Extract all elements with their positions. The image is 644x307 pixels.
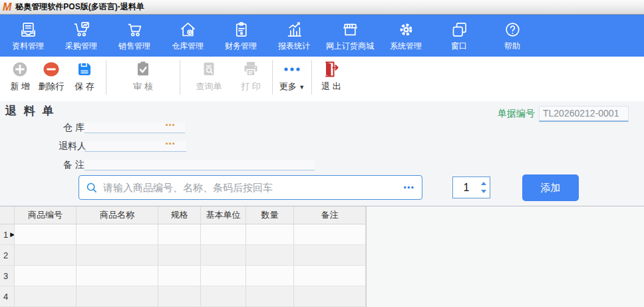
- document-number-group: 单据编号 TL20260212-0001: [498, 106, 629, 122]
- menu-item-system-management[interactable]: 系统管理: [385, 21, 427, 52]
- menu-item-label: 仓库管理: [172, 41, 204, 52]
- title-bar: M 秘奥管理软件POS版(多语言)-退料单: [0, 0, 644, 15]
- column-header-quantity: 数量: [246, 206, 294, 224]
- menu-item-label: 财务管理: [225, 41, 257, 52]
- audit-button[interactable]: 审 核: [124, 60, 162, 93]
- table-row[interactable]: 4: [0, 286, 366, 307]
- column-header-product-code: 商品编号: [15, 206, 77, 224]
- dropdown-arrow-icon: ▼: [299, 84, 305, 91]
- table-cell: [158, 266, 201, 286]
- print-button[interactable]: 打 印: [234, 60, 267, 93]
- quantity-input[interactable]: [453, 177, 480, 198]
- table-row[interactable]: 1▶: [0, 224, 366, 245]
- menu-item-label: 窗口: [451, 41, 467, 52]
- returner-label: 退料人: [59, 141, 86, 153]
- table-cell: [201, 245, 246, 266]
- gear-icon: [397, 21, 415, 39]
- return-material-form: 退 料 单 单据编号 TL20260212-0001 仓 库 ⋯ 退料人 ⋯ 备…: [0, 101, 644, 206]
- product-search-input[interactable]: [103, 182, 402, 193]
- menu-item-label: 报表统计: [278, 41, 310, 52]
- toolbar-separator: [272, 60, 273, 95]
- table-cell: [158, 224, 201, 245]
- toolbar-button-label: 保 存: [75, 81, 94, 93]
- menu-item-data-management[interactable]: 资料管理: [7, 21, 49, 52]
- table-row[interactable]: 3: [0, 266, 366, 286]
- warehouse-picker-dots[interactable]: ⋯: [165, 119, 176, 131]
- document-number-label: 单据编号: [498, 108, 535, 120]
- table-cell: [15, 224, 77, 245]
- help-icon: [504, 21, 522, 39]
- menu-item-label: 帮助: [504, 41, 520, 52]
- table-cell: [246, 245, 294, 266]
- row-number-cell: 2: [0, 245, 15, 266]
- clipboard-check-icon: [134, 60, 152, 79]
- menu-item-label: 销售管理: [118, 41, 150, 52]
- search-icon: [86, 182, 98, 194]
- menu-item-label: 系统管理: [390, 41, 422, 52]
- remark-input[interactable]: [84, 160, 315, 170]
- add-button[interactable]: 添加: [522, 174, 579, 201]
- toolbar-button-label: 删除行: [39, 81, 65, 93]
- menu-item-finance-management[interactable]: 财务管理: [220, 21, 262, 52]
- spinner-down-icon[interactable]: [481, 190, 486, 193]
- table-cell: [77, 286, 158, 307]
- table-cell: [15, 245, 77, 266]
- delete-row-button[interactable]: 删除行: [35, 60, 68, 93]
- items-table-section: 商品编号 商品名称 规格 基本单位 数量 备注 1▶ 2: [0, 206, 644, 307]
- menu-item-window[interactable]: 窗口: [438, 21, 480, 52]
- finance-clipboard-icon: [232, 21, 250, 39]
- table-cell: [77, 224, 158, 245]
- save-button[interactable]: 保 存: [68, 60, 101, 93]
- search-more-dots[interactable]: ⋯: [402, 181, 415, 194]
- spinner-up-icon[interactable]: [481, 182, 486, 185]
- menu-item-label: 网上订货商城: [326, 41, 374, 52]
- menu-item-label: 采购管理: [65, 41, 97, 52]
- column-header-product-name: 商品名称: [77, 206, 158, 224]
- returner-picker-dots[interactable]: ⋯: [165, 138, 176, 150]
- purchase-cart-icon: [73, 21, 90, 39]
- more-button[interactable]: 更多 ▼: [277, 60, 307, 93]
- table-cell: [201, 286, 246, 307]
- table-cell: [77, 266, 158, 286]
- menu-item-help[interactable]: 帮助: [491, 21, 534, 52]
- toolbar-button-label: 查询单: [196, 81, 222, 93]
- column-header-remark: 备注: [294, 206, 366, 224]
- online-store-icon: [341, 21, 359, 39]
- table-cell: [246, 224, 294, 245]
- toolbar-separator: [180, 60, 180, 95]
- table-cell: [294, 224, 366, 245]
- current-row-marker-icon: ▶: [10, 231, 15, 238]
- table-cell: [294, 245, 366, 266]
- app-window: M 秘奥管理软件POS版(多语言)-退料单 资料管理 采购管理: [0, 0, 644, 307]
- menu-item-online-order-mall[interactable]: 网上订货商城: [326, 21, 374, 52]
- window-title: 秘奥管理软件POS版(多语言)-退料单: [15, 1, 144, 13]
- column-header-spec: 规格: [158, 206, 201, 224]
- menu-item-warehouse-management[interactable]: 仓库管理: [166, 21, 209, 52]
- document-number-value[interactable]: TL20260212-0001: [539, 106, 629, 122]
- table-cell: [158, 286, 201, 307]
- row-number-cell: 3: [0, 266, 15, 286]
- table-cell: [246, 286, 294, 307]
- table-row[interactable]: 2: [0, 245, 366, 266]
- more-dots-icon: [283, 60, 301, 79]
- table-empty-area: [366, 206, 644, 307]
- toolbar-button-label: 更多 ▼: [279, 81, 305, 93]
- query-order-button[interactable]: 查询单: [192, 60, 226, 93]
- menu-item-purchase-management[interactable]: 采购管理: [60, 21, 102, 52]
- new-button[interactable]: 新 增: [5, 60, 35, 93]
- quantity-stepper: [452, 176, 490, 198]
- table-header-row: 商品编号 商品名称 规格 基本单位 数量 备注: [0, 206, 366, 224]
- menu-item-report-statistics[interactable]: 报表统计: [273, 21, 315, 52]
- table-cell: [77, 245, 158, 266]
- menu-item-label: 资料管理: [12, 41, 44, 52]
- exit-door-icon: [322, 60, 341, 79]
- table-cell: [201, 266, 246, 286]
- exit-button[interactable]: 退 出: [317, 60, 346, 93]
- menu-item-sales-management[interactable]: 销售管理: [113, 21, 156, 52]
- app-logo: M: [3, 1, 11, 13]
- minus-circle-icon: [42, 60, 61, 79]
- table-cell: [294, 286, 366, 307]
- warehouse-gear-icon: [179, 21, 197, 39]
- floppy-disk-icon: [75, 60, 94, 79]
- table-cell: [246, 266, 294, 286]
